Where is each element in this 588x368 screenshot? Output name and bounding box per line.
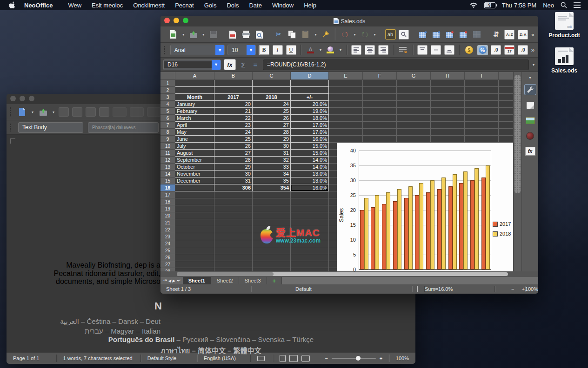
undo-icon[interactable] [99,107,109,117]
row-header-12[interactable]: 12 [160,157,175,164]
spotlight-search-icon[interactable] [561,2,567,8]
cell[interactable]: 2017 [214,94,253,101]
cell[interactable] [291,87,329,94]
cell[interactable] [499,101,513,108]
cell[interactable] [329,87,363,94]
cell[interactable]: 31 [253,150,291,157]
find-toolbar-icon[interactable]: ab [385,29,396,39]
cell[interactable] [175,191,214,198]
sheet-tab-sheet3[interactable]: Sheet3 [239,277,267,284]
name-box[interactable]: D16▼ [163,59,221,70]
cell[interactable] [291,268,329,271]
bar-2018-july[interactable] [430,180,434,269]
cell[interactable]: +/- [291,94,329,101]
cell[interactable] [363,136,397,143]
cell[interactable]: January [175,101,214,108]
cell[interactable] [431,122,465,129]
menu-item-1[interactable]: Wew [63,2,87,9]
bar-2018-august[interactable] [441,177,446,269]
cell[interactable]: June [175,136,214,143]
sidebar-collapse-icon[interactable]: ▾ [529,76,531,80]
bar-2018-march[interactable] [386,192,390,269]
cell[interactable] [214,247,253,254]
cell[interactable] [499,108,513,115]
cut-icon[interactable] [86,107,96,117]
cell[interactable]: 15.0% [291,143,329,150]
cell[interactable]: 13.0% [291,177,329,184]
add-decimal-button[interactable]: .0 [491,45,501,55]
paragraph-style-combo[interactable]: Text Body [18,122,83,133]
cell[interactable] [253,212,291,219]
menu-item-3[interactable]: Oncklimestt [128,2,170,9]
cell[interactable]: 22 [214,115,253,122]
menu-bar-user[interactable]: Neo [543,2,554,9]
chevron-down-icon[interactable]: ▼ [215,45,224,55]
sort-ascending-icon[interactable]: A↓Z [504,29,515,39]
cell[interactable]: 354 [253,184,291,191]
zoom-level[interactable]: 100% [525,286,538,292]
cell[interactable]: 14.0% [291,164,329,171]
chevron-down-icon[interactable]: ▼ [247,45,255,55]
cell[interactable]: February [175,108,214,115]
cell[interactable]: December [175,177,214,184]
sidebar-functions-icon[interactable]: fx [524,145,536,157]
cell[interactable]: 33 [253,164,291,171]
insert-chart-icon[interactable] [147,107,161,117]
cell[interactable]: October [175,164,214,171]
toolbar-grip[interactable] [9,123,12,131]
row-header-2[interactable]: 2 [160,87,175,94]
cell[interactable] [253,254,291,261]
cell[interactable] [175,254,214,261]
sidebar-gallery-icon[interactable] [524,115,536,126]
cell[interactable] [329,94,363,101]
cell[interactable] [214,261,253,268]
cell[interactable] [465,108,499,115]
function-wizard-icon[interactable]: fx [224,59,236,70]
cell[interactable]: 30 [253,143,291,150]
paste-dropdown[interactable]: ▾ [314,29,317,39]
cell[interactable] [397,122,431,129]
vertical-scrollbar[interactable] [513,72,521,271]
cell[interactable] [291,198,329,205]
cell[interactable]: 15.0% [291,150,329,157]
open-dropdown[interactable]: ▾ [52,107,55,117]
cell[interactable] [291,254,329,261]
cell[interactable] [431,129,465,136]
align-middle-button[interactable] [431,45,441,55]
cell[interactable] [291,247,329,254]
row-header-1[interactable]: 1 [160,80,175,87]
row-header-20[interactable]: 20 [160,212,175,219]
italic-button[interactable]: I [272,45,283,55]
cell[interactable] [465,136,499,143]
cell[interactable] [431,101,465,108]
add-sheet-button[interactable]: + [267,277,282,284]
sum-icon[interactable]: Σ [239,61,248,69]
cell[interactable] [363,94,397,101]
cell[interactable]: November [175,171,214,177]
row-header-7[interactable]: 7 [160,122,175,129]
cell[interactable] [363,80,397,87]
row-header-3[interactable]: 3 [160,94,175,101]
formula-bar-expand-icon[interactable]: ▾ [532,59,535,70]
bar-2017-june[interactable] [415,195,419,269]
row-header-28[interactable]: 28 [160,268,175,271]
cell[interactable]: 26 [253,115,291,122]
cell[interactable] [214,226,253,233]
embedded-chart[interactable]: 0510152025303540JanuaryFebruaryMarchApri… [337,143,513,271]
close-button[interactable] [10,96,16,101]
background-color-dropdown[interactable]: ▾ [339,45,342,55]
cell[interactable] [291,80,329,87]
row-header-18[interactable]: 18 [160,198,175,205]
cell[interactable] [329,122,363,129]
scrollbar-thumb[interactable] [514,75,521,193]
column-header-G[interactable]: G [397,72,431,80]
battery-icon[interactable]: ϟ [484,2,495,8]
row-header-9[interactable]: 9 [160,136,175,143]
cell[interactable] [253,198,291,205]
equals-icon[interactable]: = [251,61,260,69]
cell[interactable] [175,184,214,191]
cell[interactable] [214,219,253,226]
copy-icon[interactable] [287,29,297,39]
cell[interactable] [397,80,431,87]
cell[interactable] [465,101,499,108]
